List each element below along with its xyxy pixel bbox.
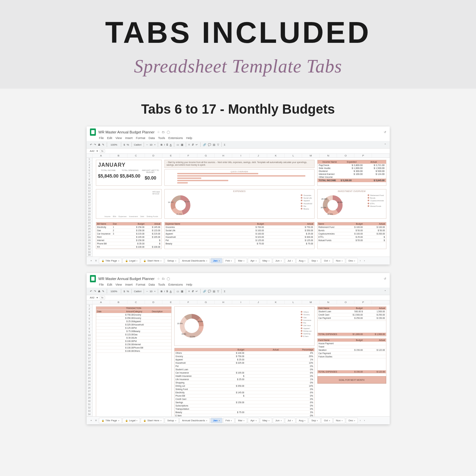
sheet-tab-nov[interactable]: Nov▾ — [333, 418, 345, 423]
menu-edit[interactable]: Edit — [107, 283, 112, 286]
sheet-tab-apr[interactable]: Apr▾ — [248, 418, 259, 423]
chart-icon[interactable]: ▤ — [213, 290, 215, 293]
sheet-tab-jul[interactable]: Jul▾ — [285, 418, 295, 423]
fontsize-inc[interactable]: + — [154, 143, 156, 146]
sheet-tab-mar[interactable]: Mar▾ — [235, 418, 247, 423]
cell-ref[interactable]: A42 — [90, 150, 95, 153]
menu-help[interactable]: Help — [186, 136, 192, 140]
menu-file[interactable]: File — [99, 136, 104, 140]
sheet-tab-title-page[interactable]: 🔒Title Page▾ — [99, 418, 122, 423]
star-icon[interactable]: ☆ — [157, 130, 160, 134]
wrap-icon[interactable]: ↵ — [196, 143, 198, 146]
cloud-icon[interactable]: ◯ — [167, 130, 170, 134]
sheet-tab-dec[interactable]: Dec▾ — [346, 418, 358, 423]
currency-icon[interactable]: $ — [124, 290, 125, 293]
sheet-tab-start-here[interactable]: 🔒Start Here▾ — [141, 418, 164, 423]
comment-icon[interactable]: 💬 — [208, 143, 211, 146]
valign-icon[interactable]: ⇵ — [192, 143, 194, 146]
menu-format[interactable]: Format — [136, 136, 145, 140]
wrap-icon[interactable]: ↵ — [196, 290, 198, 293]
borders-icon[interactable]: ▦ — [181, 290, 183, 293]
sheet-tab-may[interactable]: May▾ — [260, 258, 272, 264]
menu-data[interactable]: Data — [149, 283, 155, 286]
undo-icon[interactable]: ↶ — [90, 290, 92, 293]
align-icon[interactable]: ≡ — [188, 143, 190, 146]
sheet-tab-sep[interactable]: Sep▾ — [309, 258, 321, 264]
cloud-icon[interactable]: ◯ — [167, 277, 170, 280]
menu-edit[interactable]: Edit — [107, 136, 112, 140]
sigma-icon[interactable]: Σ — [224, 143, 226, 146]
menu-help[interactable]: Help — [186, 283, 192, 286]
print-icon[interactable]: 🖶 — [98, 290, 100, 293]
fx-icon[interactable]: fx — [100, 296, 105, 299]
print-icon[interactable]: 🖶 — [98, 143, 100, 146]
menu-format[interactable]: Format — [136, 283, 145, 286]
sheet-tab-jan[interactable]: Jan▾ — [210, 418, 222, 423]
sheet-tab-legal[interactable]: 🔒Legal▾ — [123, 418, 140, 423]
sheet-tab-feb[interactable]: Feb▾ — [223, 418, 235, 423]
textcolor-icon[interactable]: A — [170, 143, 171, 146]
percent-icon[interactable]: % — [126, 290, 129, 293]
undo-icon[interactable]: ↶ — [90, 143, 92, 146]
link-icon[interactable]: 🔗 — [203, 290, 206, 293]
font-select[interactable]: Calibri — [134, 143, 142, 146]
sheet-tab-setup[interactable]: Setup▾ — [165, 418, 179, 423]
scroll-left-icon[interactable]: ‹ — [358, 419, 362, 422]
sheet-tab-mar[interactable]: Mar▾ — [235, 258, 247, 264]
cell-ref[interactable]: A92 — [90, 296, 95, 299]
filter-icon[interactable]: ▽ — [217, 143, 219, 146]
fontsize-inc[interactable]: + — [154, 290, 156, 293]
redo-icon[interactable]: ↷ — [94, 143, 96, 146]
align-icon[interactable]: ≡ — [188, 290, 190, 293]
bold-icon[interactable]: B — [160, 290, 162, 293]
sheet-tab-dec[interactable]: Dec▾ — [346, 258, 358, 264]
fill-icon[interactable]: ▭ — [177, 290, 179, 293]
strike-icon[interactable]: S̶ — [166, 143, 168, 146]
fontsize-dec[interactable]: − — [146, 143, 148, 146]
paint-icon[interactable]: ✎ — [102, 290, 104, 293]
all-sheets-button[interactable]: ≡ — [94, 419, 98, 422]
sheet-tab-nov[interactable]: Nov▾ — [333, 258, 345, 264]
zoom-select[interactable]: 100% — [109, 143, 119, 146]
document-title[interactable]: WR Master Annual Budget Planner — [98, 277, 155, 281]
sigma-icon[interactable]: Σ — [224, 290, 226, 293]
sheet-tab-apr[interactable]: Apr▾ — [248, 258, 259, 264]
sheet-tab-jun[interactable]: Jun▾ — [273, 258, 284, 264]
expand-up-icon[interactable]: ⌃ — [384, 143, 386, 146]
fontsize-input[interactable]: 10 — [150, 143, 153, 146]
filter-icon[interactable]: ▽ — [217, 290, 219, 293]
move-icon[interactable]: 🗀 — [162, 130, 165, 134]
sheet-tab-sep[interactable]: Sep▾ — [309, 418, 321, 423]
menu-file[interactable]: File — [99, 283, 104, 286]
fontsize-dec[interactable]: − — [146, 290, 148, 293]
sheet-tab-annual-dashboards[interactable]: Annual Dashboards▾ — [180, 258, 210, 264]
bold-icon[interactable]: B — [160, 143, 162, 146]
scroll-right-icon[interactable]: › — [363, 419, 366, 422]
sheet-tab-title-page[interactable]: 🔒Title Page▾ — [99, 258, 122, 264]
chart-icon[interactable]: ▤ — [213, 143, 215, 146]
currency-icon[interactable]: $ — [124, 143, 125, 146]
scroll-left-icon[interactable]: ‹ — [358, 259, 362, 262]
sheet-tab-aug[interactable]: Aug▾ — [296, 258, 308, 264]
add-sheet-button[interactable]: + — [89, 419, 94, 422]
zoom-select[interactable]: 100% — [109, 290, 119, 293]
menu-tools[interactable]: Tools — [158, 136, 165, 140]
menu-view[interactable]: View — [116, 136, 122, 140]
sheet-tab-aug[interactable]: Aug▾ — [296, 418, 308, 423]
sheet-tab-annual-dashboards[interactable]: Annual Dashboards▾ — [180, 418, 210, 423]
italic-icon[interactable]: I — [164, 143, 165, 146]
scroll-right-icon[interactable]: › — [363, 259, 366, 262]
history-icon[interactable]: ↺ — [384, 130, 386, 134]
font-select[interactable]: Calibri — [134, 290, 142, 293]
percent-icon[interactable]: % — [126, 143, 129, 146]
paint-icon[interactable]: ✎ — [102, 143, 104, 146]
sheet-tab-jun[interactable]: Jun▾ — [273, 418, 284, 423]
fx-icon[interactable]: fx — [100, 149, 105, 153]
star-icon[interactable]: ☆ — [157, 277, 160, 280]
expand-up-icon[interactable]: ⌃ — [384, 290, 386, 293]
menu-insert[interactable]: Insert — [125, 283, 133, 286]
history-icon[interactable]: ↺ — [384, 277, 386, 280]
move-icon[interactable]: 🗀 — [162, 277, 165, 280]
sheet-tab-oct[interactable]: Oct▾ — [321, 258, 332, 264]
comment-icon[interactable]: 💬 — [208, 290, 211, 293]
